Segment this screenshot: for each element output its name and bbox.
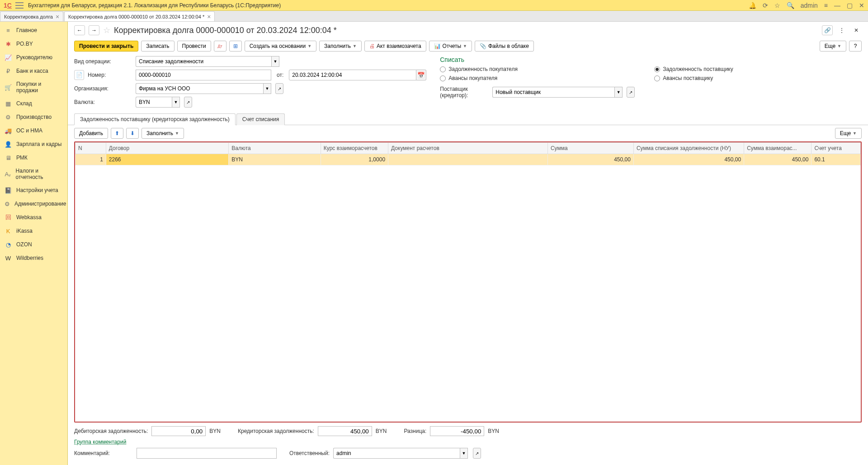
- sidebar-item-11[interactable]: 📓Настройки учета: [0, 183, 67, 197]
- radio-debt-buyer[interactable]: Задолженность покупателя: [440, 66, 646, 72]
- tab-1[interactable]: Корректировка долга 0000-000010 от 20.03…: [64, 11, 215, 21]
- sidebar-item-16[interactable]: WWildberries: [0, 251, 67, 265]
- sidebar-icon-11: 📓: [5, 187, 12, 194]
- sidebar-item-8[interactable]: 👤Зарплата и кадры: [0, 137, 67, 151]
- tree-icon[interactable]: ⊞: [229, 41, 242, 52]
- date-input[interactable]: [289, 70, 416, 80]
- sidebar-item-10[interactable]: AᵧНалоги и отчетность: [0, 164, 67, 183]
- add-row-button[interactable]: Добавить: [74, 128, 108, 139]
- menu-burger-icon[interactable]: [15, 2, 24, 9]
- sidebar-item-3[interactable]: ₽Банк и касса: [0, 64, 67, 78]
- sidebar-label-11: Настройки учета: [16, 187, 58, 193]
- close-window-icon[interactable]: ✕: [859, 2, 864, 9]
- bell-icon[interactable]: 🔔: [749, 2, 756, 9]
- col-rate[interactable]: Курс взаиморасчетов: [321, 143, 388, 154]
- table-more-button[interactable]: Еще ▼: [835, 128, 862, 139]
- num-input[interactable]: [136, 70, 271, 80]
- link-icon[interactable]: 🔗: [822, 25, 833, 35]
- sidebar-icon-14: K: [5, 227, 12, 235]
- sidebar-item-6[interactable]: ⚙Производство: [0, 110, 67, 124]
- user-label[interactable]: admin: [801, 2, 818, 9]
- kebab-icon[interactable]: ⋮: [836, 25, 847, 35]
- doc-tab-debt[interactable]: Задолженность поставщику (кредиторская з…: [74, 113, 236, 125]
- sidebar-item-2[interactable]: 📈Руководителю: [0, 51, 67, 64]
- fill-button[interactable]: Заполнить ▼: [319, 41, 362, 52]
- org-open-icon[interactable]: ↗: [275, 83, 283, 94]
- sidebar-item-14[interactable]: KiKassa: [0, 224, 67, 238]
- sup-open-icon[interactable]: ↗: [627, 87, 635, 98]
- files-button[interactable]: 📎 Файлы в облаке: [475, 41, 534, 52]
- cur-open-icon[interactable]: ↗: [184, 97, 192, 108]
- diff-input[interactable]: [430, 426, 484, 436]
- more-button[interactable]: Еще ▼: [820, 41, 846, 52]
- move-down-icon[interactable]: ⬇: [126, 128, 139, 139]
- post-button[interactable]: Провести: [177, 41, 211, 52]
- search-icon[interactable]: 🔍: [787, 2, 794, 9]
- resp-input[interactable]: [333, 448, 460, 459]
- calendar-icon[interactable]: 📅: [416, 70, 426, 80]
- nav-back-button[interactable]: ←: [74, 25, 85, 35]
- settings-icon[interactable]: ≡: [824, 2, 828, 9]
- col-sum[interactable]: Сумма: [547, 143, 633, 154]
- sidebar-item-7[interactable]: 🚚ОС и НМА: [0, 124, 67, 137]
- col-sum-nu[interactable]: Сумма списания задолженности (НУ): [633, 143, 744, 154]
- cur-input[interactable]: [136, 97, 172, 108]
- doc-tab-account[interactable]: Счет списания: [236, 113, 285, 125]
- group-comment-link[interactable]: Группа комментарий: [74, 439, 126, 445]
- op-dropdown-icon[interactable]: ▼: [271, 56, 279, 67]
- radio-debt-supplier[interactable]: Задолженность поставщику: [654, 66, 862, 72]
- sidebar-label-6: Производство: [16, 114, 52, 120]
- sidebar-item-5[interactable]: ▦Склад: [0, 97, 67, 110]
- sidebar-item-0[interactable]: ≡Главное: [0, 23, 67, 37]
- close-doc-icon[interactable]: ✕: [851, 25, 862, 35]
- tab-0[interactable]: Корректировка долга ×: [0, 11, 63, 21]
- col-doc[interactable]: Документ расчетов: [388, 143, 548, 154]
- comment-input[interactable]: [137, 448, 277, 459]
- create-from-button[interactable]: Создать на основании ▼: [245, 41, 316, 52]
- nav-forward-button[interactable]: →: [89, 25, 99, 35]
- radio-advance-buyer[interactable]: Авансы покупателя: [440, 75, 646, 81]
- reports-button[interactable]: 📊 Отчеты ▼: [429, 41, 472, 52]
- resp-dropdown-icon[interactable]: ▼: [460, 448, 468, 459]
- sidebar-label-4: Покупки и продажи: [16, 81, 63, 94]
- sidebar-item-12[interactable]: ⚙Администрирование: [0, 197, 67, 211]
- minimize-icon[interactable]: —: [834, 2, 840, 9]
- sidebar-item-4[interactable]: 🛒Покупки и продажи: [0, 78, 67, 97]
- cred-input[interactable]: [318, 426, 372, 436]
- col-acct[interactable]: Счет учета: [811, 143, 861, 154]
- maximize-icon[interactable]: ▢: [847, 2, 853, 9]
- tab-1-close-icon[interactable]: ×: [207, 14, 211, 20]
- fill-table-button[interactable]: Заполнить ▼: [142, 128, 184, 139]
- act-button[interactable]: 🖨 Акт взаимозачета: [364, 41, 426, 52]
- org-dropdown-icon[interactable]: ▼: [263, 83, 271, 94]
- radio-advance-supplier[interactable]: Авансы поставщику: [654, 75, 862, 81]
- col-currency[interactable]: Валюта: [229, 143, 321, 154]
- doc-status-icon[interactable]: 📄: [74, 70, 84, 80]
- deb-input[interactable]: [151, 426, 206, 436]
- history-icon[interactable]: ⟳: [763, 2, 768, 9]
- table-row[interactable]: 12266BYN1,0000450,00450,00450,0060.1: [75, 154, 861, 165]
- sup-dropdown-icon[interactable]: ▼: [614, 87, 623, 98]
- org-input[interactable]: [136, 83, 263, 94]
- sidebar-item-15[interactable]: ◔OZON: [0, 238, 67, 251]
- op-select[interactable]: [136, 56, 271, 67]
- dtct-icon[interactable]: Дт: [214, 41, 226, 52]
- sup-input[interactable]: [492, 87, 614, 98]
- table[interactable]: N Договор Валюта Курс взаиморасчетов Док…: [74, 141, 862, 423]
- favorite-star-icon[interactable]: ☆: [103, 25, 110, 35]
- cur-dropdown-icon[interactable]: ▼: [172, 97, 180, 108]
- star-icon[interactable]: ☆: [774, 2, 780, 9]
- col-n[interactable]: N: [75, 143, 106, 154]
- col-sum-mr[interactable]: Сумма взаиморас...: [744, 143, 811, 154]
- sidebar-item-1[interactable]: ✱PO.BY: [0, 37, 67, 51]
- save-button[interactable]: Записать: [141, 41, 174, 52]
- sidebar-label-16: Wildberries: [16, 255, 43, 261]
- sidebar-item-13[interactable]: 回Webkassa: [0, 211, 67, 224]
- post-close-button[interactable]: Провести и закрыть: [74, 41, 138, 52]
- help-button[interactable]: ?: [849, 41, 862, 52]
- tab-0-close-icon[interactable]: ×: [56, 14, 59, 20]
- resp-open-icon[interactable]: ↗: [473, 448, 481, 459]
- col-contract[interactable]: Договор: [106, 143, 228, 154]
- sidebar-item-9[interactable]: 🖥РМК: [0, 151, 67, 164]
- move-up-icon[interactable]: ⬆: [111, 128, 123, 139]
